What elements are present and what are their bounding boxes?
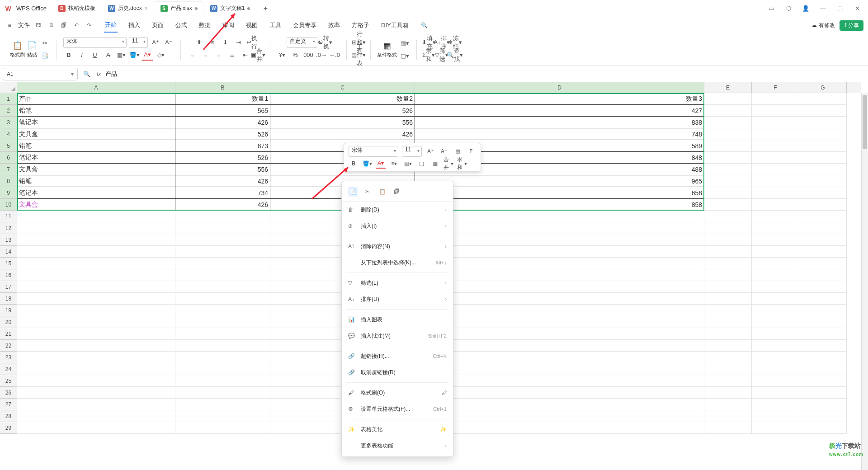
cell[interactable]: 838 [415,117,704,128]
cell[interactable]: 873 [175,140,270,152]
cell[interactable] [175,352,270,363]
cell[interactable] [799,199,847,211]
cell[interactable] [752,340,799,352]
cell[interactable]: 笔记本 [17,117,175,128]
cell[interactable] [704,375,752,387]
cell[interactable]: 数量3 [415,93,704,105]
cell[interactable]: 数量2 [270,93,415,105]
cell[interactable] [175,293,270,305]
menu-tab-tools[interactable]: 工具 [269,19,282,32]
menu-tab-review[interactable]: 审阅 [222,19,235,32]
indent-icon[interactable]: ⇥ [233,37,244,48]
currency-icon[interactable]: ¥▾ [277,50,288,61]
cell[interactable] [799,293,847,305]
outdent-icon[interactable]: ⇤ [240,50,250,61]
cell[interactable] [415,293,704,305]
tab-close-icon[interactable]: × [145,5,148,12]
col-header-C[interactable]: C [270,82,415,93]
cell[interactable] [704,328,752,340]
cell[interactable] [704,316,752,328]
cell[interactable] [415,410,704,422]
cell[interactable] [752,222,799,234]
cell[interactable] [704,117,752,128]
file-menu[interactable]: 文件 [17,19,31,32]
row-header[interactable]: 1 [0,93,17,105]
menu-tab-efficiency[interactable]: 效率 [327,19,341,32]
fill-button[interactable]: ⬇ 填充▾ [423,37,434,48]
menu-tab-start[interactable]: 开始 [104,18,118,33]
cell[interactable]: 数量1 [175,93,270,105]
ctx-filter[interactable]: ▽筛选(L)› [342,275,453,291]
cell[interactable] [17,222,175,234]
cell[interactable] [752,422,799,434]
cell[interactable] [799,258,847,269]
cell[interactable]: 858 [415,199,704,211]
align-right-icon[interactable]: ≡ [213,50,224,61]
cell[interactable] [752,269,799,281]
cell[interactable] [752,328,799,340]
cell[interactable]: 526 [175,152,270,164]
cell[interactable]: 笔记本 [17,187,175,199]
cell[interactable]: 文具盒 [17,128,175,140]
cell[interactable] [799,117,847,128]
cell[interactable] [415,234,704,246]
cell[interactable] [799,234,847,246]
formula-content[interactable]: 产品 [105,70,117,78]
cell[interactable]: 铅笔 [17,105,175,117]
cloud-modify-icon[interactable]: ☁ 有修改 [811,22,835,29]
cell[interactable] [752,105,799,117]
mini-font-dec-icon[interactable]: A⁻ [439,146,449,156]
zoom-lens-icon[interactable]: 🔍 [81,69,92,80]
cell[interactable]: 526 [270,105,415,117]
ctx-fpaint[interactable]: 🖌格式刷(O)🖌 [342,385,453,401]
row-header[interactable]: 7 [0,164,17,175]
cell[interactable] [704,199,752,211]
cell[interactable] [752,281,799,293]
cell[interactable] [752,140,799,152]
ctx-beautify[interactable]: ✨表格美化✨ [342,421,453,437]
menu-tab-diy[interactable]: DIY工具箱 [380,19,410,32]
row-header[interactable]: 25 [0,375,17,387]
cell[interactable] [704,363,752,375]
cell[interactable] [799,152,847,164]
cell[interactable] [704,164,752,175]
align-left-icon[interactable]: ≡ [187,50,198,61]
row-header[interactable]: 10 [0,199,17,211]
cell[interactable] [704,246,752,258]
cell[interactable] [17,281,175,293]
doc-tab-doc1[interactable]: W文字文稿1 [204,2,257,15]
cell[interactable] [175,258,270,269]
menu-tab-member[interactable]: 会员专享 [292,19,317,32]
eraser-icon[interactable]: ◇▾ [155,50,166,61]
cell[interactable] [175,328,270,340]
cell[interactable] [175,211,270,222]
cell[interactable] [799,375,847,387]
cell[interactable] [752,258,799,269]
cell[interactable] [17,387,175,399]
cell[interactable] [415,399,704,410]
font-increase-icon[interactable]: A⁺ [150,37,161,48]
cell[interactable] [415,340,704,352]
menu-tab-formula[interactable]: 公式 [175,19,188,32]
menu-tab-view[interactable]: 视图 [245,19,259,32]
mini-size-select[interactable]: 11 [402,146,422,157]
row-header[interactable]: 27 [0,399,17,410]
cell[interactable] [17,410,175,422]
cell[interactable]: 427 [415,105,704,117]
menu-tab-page[interactable]: 页面 [151,19,165,32]
cell[interactable] [175,387,270,399]
cell[interactable] [752,293,799,305]
col-header-D[interactable]: D [415,82,704,93]
cell[interactable] [415,305,704,316]
copy-icon[interactable]: 📑 [39,51,50,61]
add-tab-button[interactable]: + [260,3,271,14]
row-header[interactable]: 26 [0,387,17,399]
row-header[interactable]: 2 [0,105,17,117]
cell[interactable] [175,305,270,316]
cell-style-icon[interactable]: ▢▾ [399,51,410,61]
cell[interactable] [17,246,175,258]
mini-border-icon[interactable]: ▦▾ [403,159,413,169]
mini-format1-icon[interactable]: ▢ [416,159,426,169]
cell[interactable] [752,187,799,199]
cell[interactable] [799,187,847,199]
